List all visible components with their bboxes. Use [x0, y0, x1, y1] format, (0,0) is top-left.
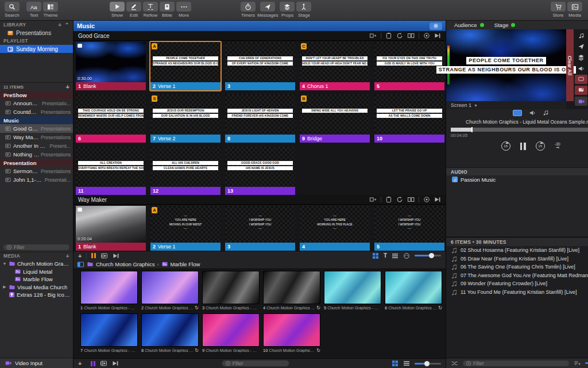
slide-layer-icon[interactable] — [575, 75, 587, 84]
video-input-item[interactable]: Video Input — [0, 358, 73, 368]
props-button[interactable]: Props — [280, 2, 295, 18]
skip-next-icon[interactable] — [112, 360, 119, 367]
song-row[interactable]: ♫05 Draw Near (Featuring Kristian Stanfi… — [446, 255, 588, 263]
media-tree-item[interactable]: ▼Church Motion Graphics — [0, 260, 73, 268]
thumbnail-size-slider[interactable] — [415, 255, 441, 256]
announcements-layer-icon[interactable] — [529, 110, 536, 116]
pause-timeline-icon[interactable] — [91, 253, 96, 258]
media-layer-icon[interactable] — [575, 86, 587, 95]
media-item-1[interactable]: 1Church Motion Graphics - Ma... — [80, 271, 138, 310]
song-row[interactable]: ♫09 Wonder (Featuring Crowder) [Live]3:5… — [446, 279, 588, 288]
slide-7-verse-2[interactable]: SJESUS OUR REDEMPTIONOUR SALVATION IS IN… — [150, 94, 220, 143]
slide-9-bridge[interactable]: BSWING WIDE ALL YOU HEAVENS9Bridge — [300, 94, 370, 143]
audio-layer-icon[interactable] — [543, 110, 549, 116]
timer-loop-icon[interactable] — [396, 196, 403, 203]
song-row[interactable]: ♫07 The Awesome God You Are (Featuring M… — [446, 271, 588, 280]
presentation-header-good-grace[interactable]: Good Grace — [74, 31, 446, 41]
media-tree-item[interactable]: ▶Visual Media Church — [0, 283, 73, 291]
audience-preview[interactable]: PEOPLE COME TOGETHERSTRANGE AS NEIGHBOUR… — [446, 29, 566, 101]
media-progress-bar[interactable] — [451, 128, 588, 132]
audio-volume-slider[interactable] — [585, 362, 588, 364]
pause-button[interactable] — [520, 143, 526, 150]
media-tree-item[interactable]: Liquid Metal — [0, 267, 73, 275]
add-slide-button[interactable]: + — [78, 253, 82, 259]
grid-view-icon[interactable] — [372, 252, 379, 259]
playlist-doc-item[interactable]: Another In The FirePresent... — [0, 141, 73, 150]
audio-layer-icon[interactable] — [575, 31, 587, 40]
stage-button[interactable]: Stage — [296, 2, 311, 18]
skip-30-button[interactable]: -30⇥ — [555, 143, 560, 150]
announcements-layer-icon[interactable] — [575, 64, 587, 73]
slide-13[interactable]: GOOD GRACE GOOD GODHIS NAME IS JESUS13 — [225, 147, 295, 195]
playlist-add-button[interactable]: + — [66, 84, 69, 90]
playlist-settings-button[interactable] — [430, 22, 442, 30]
timers-button[interactable]: Timers — [241, 2, 256, 18]
slide-4-chorus-1[interactable]: CDON'T LET YOUR HEART BE TROUBLEDHOLD YO… — [300, 42, 370, 90]
media-item-8[interactable]: 8Church Motion Graphics - ...↻ — [141, 313, 199, 353]
clock-view-icon[interactable] — [403, 252, 410, 259]
tab-audience[interactable]: Audience — [454, 22, 484, 28]
media-add-button[interactable]: + — [66, 253, 69, 259]
media-item-5[interactable]: 5Church Motion Graphics - Ma... — [324, 271, 381, 310]
playlist-doc-item[interactable]: CountdownPresentations — [0, 108, 73, 116]
grid-view-icon[interactable] — [392, 360, 399, 367]
messages-layer-icon[interactable] — [575, 42, 587, 51]
split-icon[interactable] — [407, 196, 415, 203]
playlist-item-sunday-morning[interactable]: Sunday Morning — [0, 45, 73, 53]
library-collapse-icon[interactable]: ⌃ — [64, 22, 69, 28]
theme-button[interactable]: Theme — [43, 2, 58, 18]
playlist-doc-item[interactable]: Nothing ElsePresentations — [0, 150, 73, 159]
library-item[interactable]: Presentations — [0, 29, 73, 37]
songs-filter-input[interactable]: Filter — [462, 360, 570, 367]
pause-media-icon[interactable] — [91, 361, 95, 366]
slide-5[interactable]: FIX YOUR EYES ON THIS ONE TRUTHGOD IS MA… — [374, 42, 444, 90]
store-button[interactable]: Store — [551, 2, 566, 18]
add-media-button[interactable]: + — [78, 361, 82, 366]
skip-next-icon[interactable] — [113, 252, 119, 259]
slide-5[interactable]: —I WORSHIP YOUI WORSHIP YOU—5 — [374, 206, 444, 251]
media-item-6[interactable]: 6Church Motion Graphics - ...↻ — [385, 271, 442, 310]
playlist-filter-input[interactable]: Filter — [3, 244, 70, 251]
playlist-doc-item[interactable]: Way MakerPresentations — [0, 133, 73, 141]
props-layer-icon[interactable] — [575, 53, 587, 62]
disclosure-triangle-icon[interactable]: ▶ — [2, 285, 7, 289]
slide-1-blank[interactable]: 0:30.001Blank — [76, 42, 146, 90]
clipboard-icon[interactable] — [385, 196, 392, 203]
more-button[interactable]: More — [176, 2, 191, 18]
playlist-doc-item[interactable]: AnnouncementsPresentatio... — [0, 99, 73, 108]
rewind-15-button[interactable]: 15 — [501, 141, 510, 151]
library-add-button[interactable]: + — [58, 22, 61, 28]
slide-8[interactable]: JESUS LIGHT OF HEAVENFRIEND FOREVER HIS … — [225, 94, 295, 143]
split-icon[interactable] — [407, 32, 415, 39]
target-icon[interactable] — [423, 196, 430, 203]
media-item-2[interactable]: 2Church Motion Graphics - ...↻ — [141, 271, 199, 310]
search-button[interactable]: Search — [5, 2, 20, 18]
media-filter-input[interactable]: Filter — [222, 360, 289, 367]
slide-4[interactable]: —YOU ARE HEREWORKING IN THIS PLACE—4 — [300, 206, 370, 251]
slide-1-blank[interactable]: 0:20.041Blank — [76, 206, 146, 251]
film-icon[interactable] — [100, 360, 107, 367]
slide-2-verse-1[interactable]: APEOPLE COME TOGETHERSTRANGE AS NEIGHBOU… — [150, 42, 220, 90]
playlist-doc-item[interactable]: Sermon PointsPresentations — [0, 167, 73, 175]
song-row[interactable]: ♫02 Shout Hosanna (Featuring Kristian St… — [446, 246, 588, 255]
media-button[interactable]: Media — [567, 2, 582, 18]
skip-next-icon[interactable] — [434, 196, 441, 203]
video-input-layer-icon[interactable] — [575, 97, 587, 106]
media-tree-item[interactable]: Extras 128 - Big Icons - M... — [0, 291, 73, 299]
messages-button[interactable]: Messages — [257, 2, 278, 18]
media-size-slider[interactable] — [415, 363, 441, 365]
media-item-7[interactable]: 7Church Motion Graphics - Ma... — [80, 313, 138, 353]
media-item-10[interactable]: 10Church Motion Graphics...↻ — [263, 313, 320, 353]
slide-6[interactable]: TAKE COURAGE HOLD ON BE STRONGREMEMBER W… — [76, 94, 146, 143]
shuffle-icon[interactable] — [451, 360, 458, 367]
slide-2-verse-1[interactable]: A—YOU ARE HEREMOVING IN OUR MIDST—2Verse… — [150, 206, 220, 251]
clear-all-button[interactable]: Clear All — [566, 29, 574, 101]
disclosure-triangle-icon[interactable]: ▼ — [2, 262, 7, 266]
clipboard-icon[interactable] — [385, 32, 392, 39]
playlist-doc-item[interactable]: John 1,1-3 (ASB)Presentati... — [0, 175, 73, 184]
edit-button[interactable]: Edit — [126, 2, 141, 18]
text-view-icon[interactable]: T — [384, 252, 387, 259]
slide-12[interactable]: ALL HIS CHILDRENCLEAN HANDS PURE HEARTS1… — [150, 147, 220, 195]
skip-next-icon[interactable] — [434, 32, 441, 39]
playlist-doc-item[interactable]: Good GracePresentations — [0, 124, 73, 133]
